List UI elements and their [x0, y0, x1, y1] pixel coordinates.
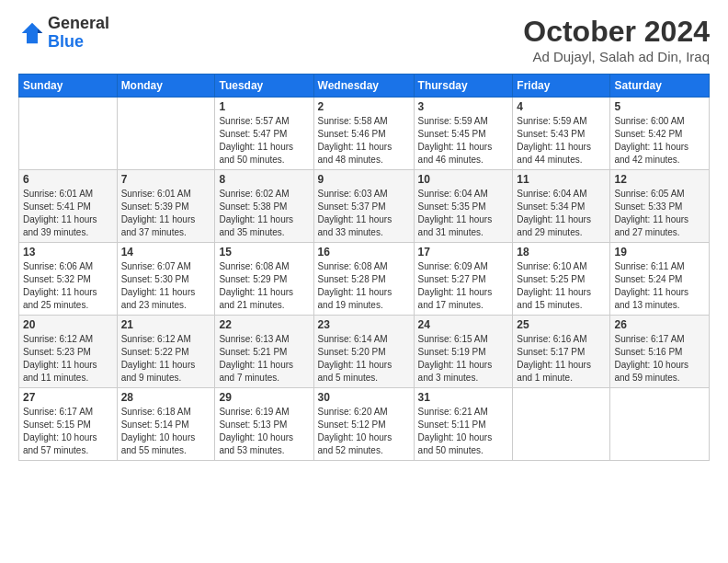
day-header-monday: Monday	[117, 75, 215, 98]
calendar-cell: 23Sunrise: 6:14 AM Sunset: 5:20 PM Dayli…	[313, 316, 414, 388]
day-info: Sunrise: 6:12 AM Sunset: 5:22 PM Dayligh…	[121, 333, 211, 385]
calendar-cell: 1Sunrise: 5:57 AM Sunset: 5:47 PM Daylig…	[215, 98, 313, 170]
day-number: 24	[418, 318, 509, 331]
calendar-header-row: SundayMondayTuesdayWednesdayThursdayFrid…	[19, 75, 710, 98]
day-number: 18	[517, 246, 606, 259]
day-info: Sunrise: 6:04 AM Sunset: 5:35 PM Dayligh…	[418, 188, 509, 239]
day-info: Sunrise: 5:59 AM Sunset: 5:45 PM Dayligh…	[418, 115, 509, 167]
day-info: Sunrise: 6:04 AM Sunset: 5:34 PM Dayligh…	[517, 188, 606, 239]
calendar-cell: 22Sunrise: 6:13 AM Sunset: 5:21 PM Dayli…	[215, 316, 313, 388]
calendar-cell: 4Sunrise: 5:59 AM Sunset: 5:43 PM Daylig…	[513, 98, 610, 170]
week-row-0: 1Sunrise: 5:57 AM Sunset: 5:47 PM Daylig…	[19, 98, 710, 170]
day-info: Sunrise: 6:20 AM Sunset: 5:12 PM Dayligh…	[318, 406, 410, 457]
logo-icon	[18, 19, 46, 47]
calendar-cell: 2Sunrise: 5:58 AM Sunset: 5:46 PM Daylig…	[313, 98, 414, 170]
day-number: 4	[517, 100, 606, 113]
calendar-cell: 17Sunrise: 6:09 AM Sunset: 5:27 PM Dayli…	[414, 243, 513, 316]
calendar-cell: 14Sunrise: 6:07 AM Sunset: 5:30 PM Dayli…	[117, 243, 215, 316]
calendar-cell: 7Sunrise: 6:01 AM Sunset: 5:39 PM Daylig…	[117, 170, 215, 243]
day-info: Sunrise: 6:21 AM Sunset: 5:11 PM Dayligh…	[418, 406, 509, 457]
day-info: Sunrise: 5:57 AM Sunset: 5:47 PM Dayligh…	[219, 115, 309, 167]
day-number: 17	[418, 246, 509, 259]
day-info: Sunrise: 5:58 AM Sunset: 5:46 PM Dayligh…	[318, 115, 410, 167]
calendar-cell: 16Sunrise: 6:08 AM Sunset: 5:28 PM Dayli…	[313, 243, 414, 316]
day-info: Sunrise: 6:01 AM Sunset: 5:41 PM Dayligh…	[23, 188, 113, 239]
calendar-cell: 30Sunrise: 6:20 AM Sunset: 5:12 PM Dayli…	[313, 388, 414, 461]
day-number: 23	[318, 318, 410, 331]
calendar-cell: 12Sunrise: 6:05 AM Sunset: 5:33 PM Dayli…	[610, 170, 710, 243]
day-number: 2	[318, 100, 410, 113]
day-number: 5	[614, 100, 705, 113]
day-number: 25	[517, 318, 606, 331]
day-number: 22	[219, 318, 309, 331]
day-info: Sunrise: 6:08 AM Sunset: 5:29 PM Dayligh…	[219, 260, 309, 312]
calendar-cell	[19, 98, 118, 170]
calendar-cell: 5Sunrise: 6:00 AM Sunset: 5:42 PM Daylig…	[610, 98, 710, 170]
day-info: Sunrise: 6:17 AM Sunset: 5:16 PM Dayligh…	[614, 333, 705, 385]
day-info: Sunrise: 6:09 AM Sunset: 5:27 PM Dayligh…	[418, 260, 509, 312]
calendar-cell: 28Sunrise: 6:18 AM Sunset: 5:14 PM Dayli…	[117, 388, 215, 461]
day-number: 26	[614, 318, 705, 331]
logo-line1: General	[48, 15, 109, 33]
day-info: Sunrise: 6:13 AM Sunset: 5:21 PM Dayligh…	[219, 333, 309, 385]
day-info: Sunrise: 6:11 AM Sunset: 5:24 PM Dayligh…	[614, 260, 705, 312]
calendar-cell: 8Sunrise: 6:02 AM Sunset: 5:38 PM Daylig…	[215, 170, 313, 243]
day-header-tuesday: Tuesday	[215, 75, 313, 98]
calendar-cell	[513, 388, 610, 461]
calendar-cell	[117, 98, 215, 170]
calendar-cell: 29Sunrise: 6:19 AM Sunset: 5:13 PM Dayli…	[215, 388, 313, 461]
day-info: Sunrise: 6:17 AM Sunset: 5:15 PM Dayligh…	[23, 406, 113, 457]
logo-line2: Blue	[48, 33, 109, 52]
logo: General Blue	[18, 15, 109, 52]
calendar-cell	[610, 388, 710, 461]
day-number: 19	[614, 246, 705, 259]
calendar-cell: 26Sunrise: 6:17 AM Sunset: 5:16 PM Dayli…	[610, 316, 710, 388]
day-number: 14	[121, 246, 211, 259]
calendar-cell: 24Sunrise: 6:15 AM Sunset: 5:19 PM Dayli…	[414, 316, 513, 388]
header: General Blue October 2024 Ad Dujayl, Sal…	[18, 15, 710, 64]
main-title: October 2024	[523, 15, 710, 49]
calendar-cell: 9Sunrise: 6:03 AM Sunset: 5:37 PM Daylig…	[313, 170, 414, 243]
calendar-cell: 19Sunrise: 6:11 AM Sunset: 5:24 PM Dayli…	[610, 243, 710, 316]
day-info: Sunrise: 6:02 AM Sunset: 5:38 PM Dayligh…	[219, 188, 309, 239]
day-number: 7	[121, 173, 211, 186]
page: General Blue October 2024 Ad Dujayl, Sal…	[0, 0, 728, 563]
week-row-2: 13Sunrise: 6:06 AM Sunset: 5:32 PM Dayli…	[19, 243, 710, 316]
subtitle: Ad Dujayl, Salah ad Din, Iraq	[523, 49, 710, 64]
title-block: October 2024 Ad Dujayl, Salah ad Din, Ir…	[523, 15, 710, 64]
day-number: 29	[219, 391, 309, 404]
day-info: Sunrise: 6:01 AM Sunset: 5:39 PM Dayligh…	[121, 188, 211, 239]
day-info: Sunrise: 6:19 AM Sunset: 5:13 PM Dayligh…	[219, 406, 309, 457]
day-info: Sunrise: 6:05 AM Sunset: 5:33 PM Dayligh…	[614, 188, 705, 239]
day-number: 20	[23, 318, 113, 331]
calendar-cell: 6Sunrise: 6:01 AM Sunset: 5:41 PM Daylig…	[19, 170, 118, 243]
day-number: 12	[614, 173, 705, 186]
day-number: 30	[318, 391, 410, 404]
day-info: Sunrise: 6:12 AM Sunset: 5:23 PM Dayligh…	[23, 333, 113, 385]
day-number: 15	[219, 246, 309, 259]
day-info: Sunrise: 6:08 AM Sunset: 5:28 PM Dayligh…	[318, 260, 410, 312]
calendar-cell: 18Sunrise: 6:10 AM Sunset: 5:25 PM Dayli…	[513, 243, 610, 316]
day-header-sunday: Sunday	[19, 75, 118, 98]
calendar-cell: 10Sunrise: 6:04 AM Sunset: 5:35 PM Dayli…	[414, 170, 513, 243]
calendar-cell: 13Sunrise: 6:06 AM Sunset: 5:32 PM Dayli…	[19, 243, 118, 316]
calendar-cell: 20Sunrise: 6:12 AM Sunset: 5:23 PM Dayli…	[19, 316, 118, 388]
logo-text: General Blue	[48, 15, 109, 52]
day-number: 10	[418, 173, 509, 186]
day-number: 3	[418, 100, 509, 113]
day-info: Sunrise: 6:07 AM Sunset: 5:30 PM Dayligh…	[121, 260, 211, 312]
day-info: Sunrise: 6:14 AM Sunset: 5:20 PM Dayligh…	[318, 333, 410, 385]
calendar-cell: 11Sunrise: 6:04 AM Sunset: 5:34 PM Dayli…	[513, 170, 610, 243]
calendar-cell: 31Sunrise: 6:21 AM Sunset: 5:11 PM Dayli…	[414, 388, 513, 461]
week-row-3: 20Sunrise: 6:12 AM Sunset: 5:23 PM Dayli…	[19, 316, 710, 388]
day-number: 1	[219, 100, 309, 113]
day-info: Sunrise: 5:59 AM Sunset: 5:43 PM Dayligh…	[517, 115, 606, 167]
day-number: 31	[418, 391, 509, 404]
day-header-saturday: Saturday	[610, 75, 710, 98]
day-info: Sunrise: 6:00 AM Sunset: 5:42 PM Dayligh…	[614, 115, 705, 167]
calendar-cell: 15Sunrise: 6:08 AM Sunset: 5:29 PM Dayli…	[215, 243, 313, 316]
day-header-thursday: Thursday	[414, 75, 513, 98]
calendar-cell: 21Sunrise: 6:12 AM Sunset: 5:22 PM Dayli…	[117, 316, 215, 388]
day-number: 16	[318, 246, 410, 259]
day-number: 21	[121, 318, 211, 331]
